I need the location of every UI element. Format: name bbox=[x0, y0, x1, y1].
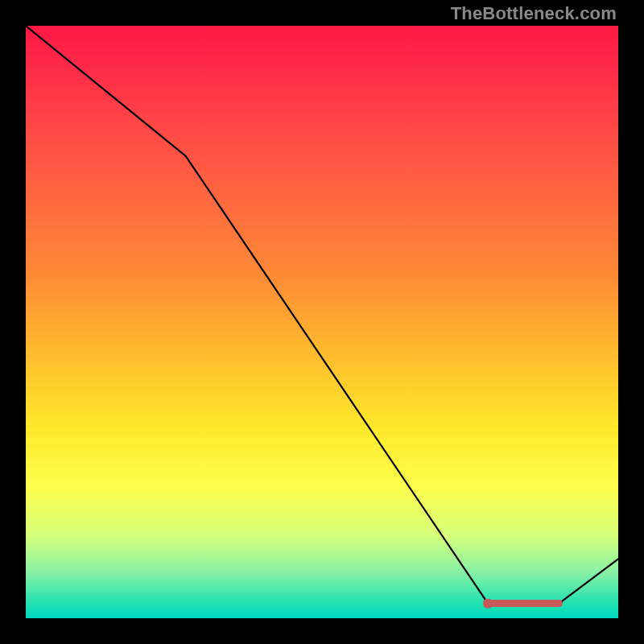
chart-stage: TheBottleneck.com bbox=[0, 0, 644, 644]
credit-label: TheBottleneck.com bbox=[451, 3, 617, 24]
plot-area bbox=[26, 26, 618, 618]
